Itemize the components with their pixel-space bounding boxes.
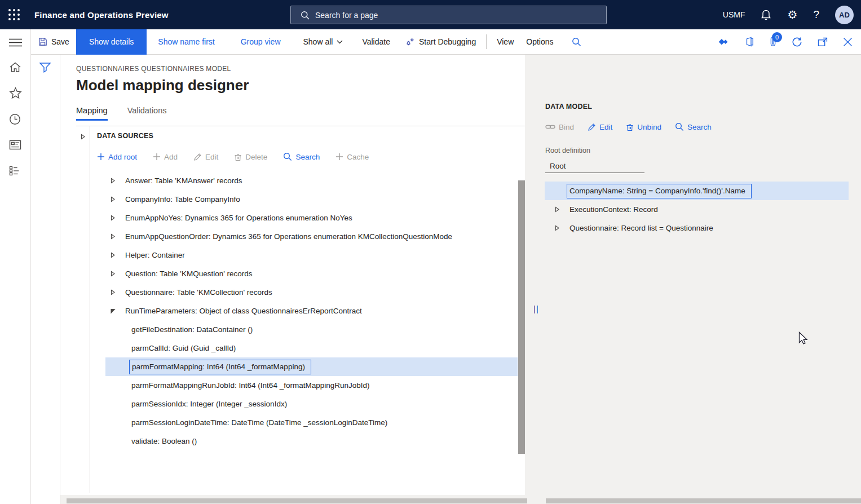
- data-sources-header: DATA SOURCES: [97, 132, 525, 140]
- workspaces-form-icon[interactable]: [9, 140, 21, 150]
- top-navigation-bar: Finance and Operations Preview Search fo…: [0, 0, 861, 29]
- show-details-button[interactable]: Show details: [76, 29, 147, 55]
- data-model-tree-item[interactable]: ExecutionContext: Record: [545, 200, 849, 219]
- tab-validations[interactable]: Validations: [127, 106, 167, 121]
- show-name-first-button[interactable]: Show name first: [158, 37, 214, 46]
- data-model-tree-item[interactable]: Questionnaire: Record list = Questionnai…: [545, 219, 849, 237]
- dm-search-button[interactable]: Search: [675, 122, 712, 131]
- filter-funnel-icon[interactable]: [39, 62, 51, 73]
- diamonds-icon[interactable]: [718, 38, 730, 46]
- horizontal-scrollbar-left[interactable]: [67, 498, 527, 503]
- validate-button[interactable]: Validate: [362, 37, 390, 46]
- search-icon: [301, 11, 310, 20]
- expand-icon[interactable]: [554, 206, 560, 213]
- toolbar-search-icon[interactable]: [572, 37, 581, 47]
- hamburger-menu-icon[interactable]: [9, 38, 22, 47]
- expand-icon[interactable]: [109, 289, 116, 296]
- view-menu[interactable]: View: [497, 37, 514, 46]
- collapse-icon[interactable]: [109, 307, 116, 315]
- data-source-tree-item[interactable]: getFileDestination: DataContainer (): [105, 320, 518, 339]
- data-source-tree-item[interactable]: Answer: Table 'KMAnswer' records: [105, 171, 518, 190]
- data-source-tree-item[interactable]: parmSessionLoginDateTime: DateTime (Date…: [105, 413, 518, 432]
- data-source-tree-item[interactable]: parmFormatMapping: Int64 (Int64 _formatM…: [105, 357, 518, 376]
- topnav-right-cluster: USMF ⚙ ? AD: [723, 0, 854, 29]
- data-source-tree-item[interactable]: Questionnaire: Table 'KMCollection' reco…: [105, 283, 518, 302]
- company-selector[interactable]: USMF: [723, 10, 745, 19]
- data-source-tree-item[interactable]: RunTimeParameters: Object of class Quest…: [105, 302, 518, 320]
- tree-item-label: parmCallId: Guid (Guid _callId): [131, 344, 236, 352]
- data-source-tree-item[interactable]: parmSessionIdx: Integer (Integer _sessio…: [105, 395, 518, 413]
- ds-delete-button[interactable]: Delete: [234, 153, 267, 161]
- tree-item-label: getFileDestination: DataContainer (): [131, 325, 253, 334]
- data-model-pane: DATA MODEL BindEditUnbindSearch Root def…: [525, 55, 861, 495]
- tab-strip: Mapping Validations: [76, 106, 525, 121]
- attachments-button[interactable]: 0: [770, 36, 776, 47]
- data-source-tree-item[interactable]: EnumAppQuestionOrder: Dynamics 365 for O…: [105, 227, 518, 246]
- notifications-bell-icon[interactable]: [761, 9, 771, 21]
- dm-edit-button[interactable]: Edit: [588, 123, 612, 131]
- ds-add-button[interactable]: Add: [153, 153, 178, 161]
- expand-icon[interactable]: [109, 251, 116, 259]
- trash-icon: [234, 153, 242, 161]
- horizontal-scrollbar-right[interactable]: [546, 498, 861, 503]
- pencil-icon: [588, 123, 596, 131]
- expand-icon[interactable]: [554, 224, 560, 232]
- root-definition-field[interactable]: Root: [545, 159, 644, 173]
- expand-icon[interactable]: [109, 214, 116, 222]
- data-source-tree-item[interactable]: CompanyInfo: Table CompanyInfo: [105, 190, 518, 209]
- attachments-count-badge: 0: [772, 32, 782, 42]
- data-source-tree-item[interactable]: validate: Boolean (): [105, 432, 518, 450]
- expand-icon[interactable]: [109, 177, 116, 184]
- modules-list-icon[interactable]: [9, 166, 21, 176]
- tab-mapping[interactable]: Mapping: [76, 106, 108, 121]
- settings-gear-icon[interactable]: ⚙: [787, 9, 797, 20]
- data-source-tree-item[interactable]: parmCallId: Guid (Guid _callId): [105, 339, 518, 357]
- help-question-icon[interactable]: ?: [813, 8, 819, 21]
- expand-icon[interactable]: [109, 233, 116, 240]
- dm-bind-button[interactable]: Bind: [545, 123, 574, 131]
- recent-clock-icon[interactable]: [9, 113, 21, 125]
- page-title: Model mapping designer: [76, 77, 525, 94]
- app-launcher-waffle-icon[interactable]: [8, 9, 20, 20]
- tree-item-label: EnumAppNoYes: Dynamics 365 for Operation…: [125, 214, 352, 222]
- data-source-tree-item[interactable]: Helper: Container: [105, 246, 518, 264]
- ds-add-root-button[interactable]: Add root: [97, 153, 137, 161]
- tree-item-label: parmFormatMapping: Int64 (Int64 _formatM…: [132, 362, 305, 371]
- save-button[interactable]: Save: [38, 37, 69, 46]
- refresh-icon[interactable]: [792, 37, 802, 47]
- expand-icon[interactable]: [109, 196, 116, 203]
- tree-item-label: parmFormatMappingRunJobId: Int64 (Int64 …: [131, 381, 369, 390]
- expand-icon[interactable]: [109, 270, 116, 277]
- options-menu[interactable]: Options: [526, 37, 553, 46]
- open-in-office-icon[interactable]: [745, 37, 754, 47]
- data-source-tree-item[interactable]: Question: Table 'KMQuestion' records: [105, 264, 518, 283]
- home-icon[interactable]: [9, 61, 21, 73]
- plus-icon: [97, 153, 105, 161]
- data-sources-main: DATA SOURCES Add rootAddEditDeleteSearch…: [90, 126, 525, 493]
- selected-node-box: CompanyName: String = CompanyInfo.'find(…: [567, 184, 752, 198]
- favorites-star-icon[interactable]: [9, 87, 22, 99]
- ds-edit-button[interactable]: Edit: [193, 153, 218, 161]
- ds-search-button[interactable]: Search: [283, 152, 320, 161]
- data-source-tree-item[interactable]: EnumAppNoYes: Dynamics 365 for Operation…: [105, 209, 518, 227]
- toolbar-separator: [486, 34, 487, 49]
- open-in-new-window-icon[interactable]: [818, 37, 828, 47]
- left-nav-rail: [0, 29, 31, 504]
- dm-unbind-button[interactable]: Unbind: [626, 123, 661, 131]
- tree-item-label: ExecutionContext: Record: [569, 205, 658, 214]
- search-input[interactable]: Search for a page: [290, 6, 607, 24]
- chevron-down-icon: [337, 40, 343, 44]
- filter-rail: [31, 55, 60, 504]
- close-icon[interactable]: [843, 37, 853, 47]
- panel-collapse-icon[interactable]: [80, 133, 86, 140]
- start-debugging-button[interactable]: Start Debugging: [405, 37, 476, 47]
- data-model-tree-item[interactable]: CompanyName: String = CompanyInfo.'find(…: [545, 182, 849, 200]
- data-source-tree-item[interactable]: parmFormatMappingRunJobId: Int64 (Int64 …: [105, 376, 518, 395]
- group-view-button[interactable]: Group view: [241, 37, 281, 46]
- app-title: Finance and Operations Preview: [34, 10, 169, 20]
- ds-cache-button[interactable]: Cache: [335, 153, 369, 161]
- tree-scrollbar-thumb[interactable]: [518, 180, 525, 454]
- show-all-dropdown[interactable]: Show all: [303, 37, 343, 46]
- search-icon: [283, 152, 292, 161]
- user-avatar[interactable]: AD: [835, 6, 854, 24]
